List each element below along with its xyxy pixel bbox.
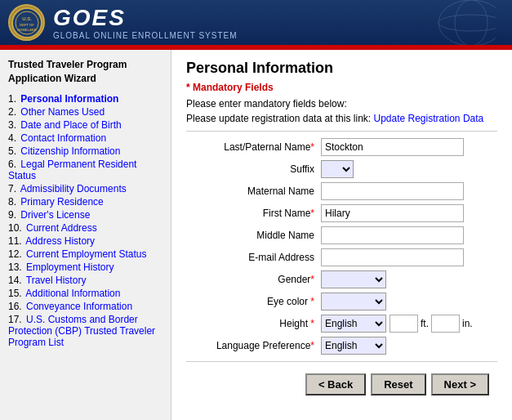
sidebar-link-citizenship[interactable]: Citizenship Information [20,145,120,157]
svg-point-6 [455,0,488,45]
in-label: in. [462,318,473,329]
last-name-row: Last/Paternal Name* [186,138,497,156]
sidebar-link-address-history[interactable]: Address History [25,235,95,247]
middle-name-row: Middle Name [186,226,497,244]
sidebar: Trusted Traveler Program Application Wiz… [0,50,171,420]
sidebar-item-conveyance[interactable]: 16. Conveyance Information [8,300,163,313]
sidebar-link-conveyance[interactable]: Conveyance Information [26,301,132,312]
sidebar-item-cbp-list[interactable]: 17. U.S. Customs and Border Protection (… [8,313,163,349]
sidebar-link-employment-status[interactable]: Current Employment Status [26,248,146,260]
sidebar-item-primary-residence[interactable]: 8. Primary Residence [8,195,163,208]
page-title: Personal Information [186,60,497,77]
sidebar-item-travel-history[interactable]: 14. Travel History [8,274,163,287]
svg-text:U.S.: U.S. [22,16,32,21]
sidebar-item-personal-information[interactable]: 1. Personal Information [8,92,163,105]
goes-title: GOES [53,5,238,31]
divider [186,131,497,132]
sidebar-link-other-names[interactable]: Other Names Used [20,106,105,118]
sidebar-link-personal-information[interactable]: Personal Information [20,93,118,105]
eye-color-select[interactable]: Black Blue Brown Green Hazel [321,293,386,311]
middle-name-input[interactable] [321,226,464,244]
suffix-row: Suffix Jr Sr II III [186,160,497,178]
dhs-seal: U.S. DEPT OF HOMELAND [8,4,45,41]
sidebar-link-contact[interactable]: Contact Information [20,132,106,144]
sidebar-item-additional-info[interactable]: 15. Additional Information [8,287,163,300]
sidebar-link-dob[interactable]: Date and Place of Birth [20,119,121,131]
sidebar-title: Trusted Traveler Program Application Wiz… [8,58,163,86]
first-name-row: First Name* [186,204,497,222]
maternal-name-row: Maternal Name [186,182,497,200]
height-unit-select[interactable]: English Metric [321,315,386,333]
content-area: Personal Information * Mandatory Fields … [171,50,512,420]
sidebar-item-employment-history[interactable]: 13. Employment History [8,261,163,274]
lang-pref-row: Language Preference* English Spanish Fre… [186,337,497,355]
sidebar-item-drivers-license[interactable]: 9. Driver's License [8,208,163,221]
next-button[interactable]: Next > [431,373,489,395]
sidebar-item-admissibility[interactable]: 7. Admissibility Documents [8,182,163,195]
bottom-divider [186,361,497,362]
reset-button[interactable]: Reset [371,373,425,395]
eye-color-label: Eye color * [186,296,321,307]
button-row: < Back Reset Next > [186,373,497,395]
sidebar-item-current-address[interactable]: 10. Current Address [8,221,163,235]
sidebar-list: 1. Personal Information 2. Other Names U… [8,92,163,349]
goes-subtitle: GLOBAL ONLINE ENROLLMENT SYSTEM [53,31,238,40]
gender-label: Gender* [186,274,321,285]
sidebar-item-contact[interactable]: 4. Contact Information [8,132,163,145]
gender-row: Gender* Male Female [186,270,497,288]
globe-decoration [398,0,496,45]
sidebar-item-dob[interactable]: 3. Date and Place of Birth [8,118,163,132]
language-preference-select[interactable]: English Spanish French [321,337,386,355]
svg-text:HOMELAND: HOMELAND [17,28,36,32]
first-name-input[interactable] [321,204,464,222]
sidebar-link-admissibility[interactable]: Admissibility Documents [20,183,127,194]
sidebar-link-employment-history[interactable]: Employment History [26,261,114,273]
email-label: E-mail Address [186,252,321,263]
email-input[interactable] [321,248,464,266]
svg-text:DEPT OF: DEPT OF [20,23,34,27]
sidebar-link-drivers-license[interactable]: Driver's License [20,209,90,221]
header: U.S. DEPT OF HOMELAND GOES GLOBAL ONLINE… [0,0,512,45]
last-name-input[interactable] [321,138,464,156]
height-label: Height * [186,318,321,329]
maternal-name-input[interactable] [321,182,464,200]
info-text-update-prefix: Please update registration data at this … [186,113,371,124]
back-button[interactable]: < Back [305,373,366,395]
sidebar-link-primary-residence[interactable]: Primary Residence [20,196,103,208]
suffix-select[interactable]: Jr Sr II III [321,160,354,178]
info-text-mandatory: Please enter mandatory fields below: [186,98,497,109]
first-name-label: First Name* [186,208,321,219]
info-text-update: Please update registration data at this … [186,113,497,124]
main-container: Trusted Traveler Program Application Wiz… [0,50,512,420]
sidebar-item-legal-resident[interactable]: 6. Legal Permanent Resident Status [8,158,163,182]
eye-color-row: Eye color * Black Blue Brown Green Hazel [186,293,497,311]
ft-label: ft. [421,318,429,329]
maternal-name-label: Maternal Name [186,185,321,197]
height-ft-input[interactable] [390,315,418,333]
lang-pref-label: Language Preference* [186,340,321,351]
sidebar-link-additional-info[interactable]: Additional Information [25,288,120,299]
sidebar-item-other-names[interactable]: 2. Other Names Used [8,105,163,118]
sidebar-item-citizenship[interactable]: 5. Citizenship Information [8,145,163,158]
update-registration-link[interactable]: Update Registration Data [373,113,483,124]
height-controls: English Metric ft. in. [321,315,473,333]
sidebar-link-cbp-list[interactable]: U.S. Customs and Border Protection (CBP)… [8,314,155,348]
sidebar-link-legal-resident[interactable]: Legal Permanent Resident Status [8,159,136,181]
last-name-label: Last/Paternal Name* [186,141,321,153]
suffix-label: Suffix [186,163,321,175]
goes-logo: GOES GLOBAL ONLINE ENROLLMENT SYSTEM [53,5,238,40]
gender-select[interactable]: Male Female [321,270,386,288]
middle-name-label: Middle Name [186,230,321,241]
height-ft-in-group: ft. in. [390,315,473,333]
height-row: Height * English Metric ft. in. [186,315,497,333]
height-in-input[interactable] [431,315,460,333]
sidebar-item-employment-status[interactable]: 12. Current Employment Status [8,248,163,261]
email-row: E-mail Address [186,248,497,266]
mandatory-label: * Mandatory Fields [186,82,497,93]
sidebar-link-current-address[interactable]: Current Address [26,222,97,234]
sidebar-item-address-history[interactable]: 11. Address History [8,235,163,248]
sidebar-link-travel-history[interactable]: Travel History [26,275,87,286]
